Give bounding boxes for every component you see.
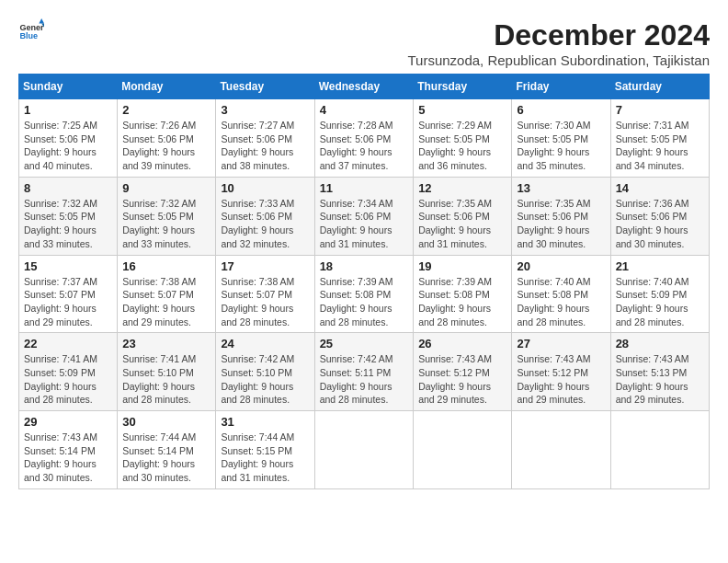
day-detail: Sunrise: 7:43 AMSunset: 5:13 PMDaylight:… <box>616 352 704 407</box>
day-number: 30 <box>122 415 210 429</box>
day-number: 26 <box>418 337 506 350</box>
calendar-cell: 13Sunrise: 7:35 AMSunset: 5:06 PMDayligh… <box>512 177 610 255</box>
calendar-cell: 16Sunrise: 7:38 AMSunset: 5:07 PMDayligh… <box>118 255 216 333</box>
calendar-cell: 22Sunrise: 7:41 AMSunset: 5:09 PMDayligh… <box>19 333 118 411</box>
calendar-cell <box>610 411 709 489</box>
day-number: 8 <box>24 181 112 195</box>
calendar-week-1: 1Sunrise: 7:25 AMSunset: 5:06 PMDaylight… <box>19 99 710 178</box>
day-number: 15 <box>24 259 112 273</box>
day-number: 20 <box>517 259 605 273</box>
day-number: 19 <box>418 259 506 273</box>
day-number: 14 <box>616 181 704 195</box>
calendar-cell: 11Sunrise: 7:34 AMSunset: 5:06 PMDayligh… <box>314 177 414 255</box>
calendar-cell: 14Sunrise: 7:36 AMSunset: 5:06 PMDayligh… <box>610 177 709 255</box>
day-detail: Sunrise: 7:43 AMSunset: 5:12 PMDaylight:… <box>517 352 605 407</box>
title-block: December 2024 Tursunzoda, Republican Sub… <box>407 18 710 68</box>
day-detail: Sunrise: 7:43 AMSunset: 5:14 PMDaylight:… <box>24 431 112 485</box>
calendar-cell: 3Sunrise: 7:27 AMSunset: 5:06 PMDaylight… <box>216 99 314 178</box>
day-detail: Sunrise: 7:38 AMSunset: 5:07 PMDaylight:… <box>122 275 210 329</box>
calendar-cell: 24Sunrise: 7:42 AMSunset: 5:10 PMDayligh… <box>216 333 314 411</box>
calendar-cell: 6Sunrise: 7:30 AMSunset: 5:05 PMDaylight… <box>512 99 610 178</box>
col-header-wednesday: Wednesday <box>314 75 414 99</box>
day-number: 24 <box>221 337 309 350</box>
day-detail: Sunrise: 7:39 AMSunset: 5:08 PMDaylight:… <box>320 275 409 329</box>
day-detail: Sunrise: 7:32 AMSunset: 5:05 PMDaylight:… <box>24 197 112 251</box>
calendar-cell <box>314 411 414 489</box>
day-detail: Sunrise: 7:44 AMSunset: 5:14 PMDaylight:… <box>122 431 210 485</box>
day-number: 4 <box>320 103 409 117</box>
day-number: 2 <box>122 103 210 117</box>
calendar-cell: 30Sunrise: 7:44 AMSunset: 5:14 PMDayligh… <box>118 411 216 489</box>
day-detail: Sunrise: 7:39 AMSunset: 5:08 PMDaylight:… <box>418 275 506 329</box>
calendar-cell: 23Sunrise: 7:41 AMSunset: 5:10 PMDayligh… <box>118 333 216 411</box>
day-detail: Sunrise: 7:27 AMSunset: 5:06 PMDaylight:… <box>221 119 309 173</box>
day-detail: Sunrise: 7:29 AMSunset: 5:05 PMDaylight:… <box>418 119 506 173</box>
day-detail: Sunrise: 7:28 AMSunset: 5:06 PMDaylight:… <box>320 119 409 173</box>
day-detail: Sunrise: 7:25 AMSunset: 5:06 PMDaylight:… <box>24 119 112 173</box>
day-detail: Sunrise: 7:42 AMSunset: 5:11 PMDaylight:… <box>320 352 409 407</box>
day-number: 10 <box>221 181 309 195</box>
day-detail: Sunrise: 7:31 AMSunset: 5:05 PMDaylight:… <box>616 119 704 173</box>
day-detail: Sunrise: 7:36 AMSunset: 5:06 PMDaylight:… <box>616 197 704 251</box>
col-header-thursday: Thursday <box>414 75 512 99</box>
calendar-cell: 9Sunrise: 7:32 AMSunset: 5:05 PMDaylight… <box>118 177 216 255</box>
calendar-week-4: 22Sunrise: 7:41 AMSunset: 5:09 PMDayligh… <box>19 333 710 411</box>
calendar-cell: 26Sunrise: 7:43 AMSunset: 5:12 PMDayligh… <box>414 333 512 411</box>
day-number: 18 <box>320 259 409 273</box>
calendar-cell: 29Sunrise: 7:43 AMSunset: 5:14 PMDayligh… <box>19 411 118 489</box>
calendar-cell: 10Sunrise: 7:33 AMSunset: 5:06 PMDayligh… <box>216 177 314 255</box>
calendar-cell: 28Sunrise: 7:43 AMSunset: 5:13 PMDayligh… <box>610 333 709 411</box>
calendar-cell: 2Sunrise: 7:26 AMSunset: 5:06 PMDaylight… <box>118 99 216 178</box>
svg-text:Blue: Blue <box>19 31 38 40</box>
day-detail: Sunrise: 7:38 AMSunset: 5:07 PMDaylight:… <box>221 275 309 329</box>
day-detail: Sunrise: 7:32 AMSunset: 5:05 PMDaylight:… <box>122 197 210 251</box>
day-detail: Sunrise: 7:40 AMSunset: 5:08 PMDaylight:… <box>517 275 605 329</box>
day-number: 29 <box>24 415 112 429</box>
calendar-cell: 12Sunrise: 7:35 AMSunset: 5:06 PMDayligh… <box>414 177 512 255</box>
day-number: 23 <box>122 337 210 350</box>
calendar-table: SundayMondayTuesdayWednesdayThursdayFrid… <box>18 74 710 489</box>
calendar-week-2: 8Sunrise: 7:32 AMSunset: 5:05 PMDaylight… <box>19 177 710 255</box>
calendar-cell: 8Sunrise: 7:32 AMSunset: 5:05 PMDaylight… <box>19 177 118 255</box>
calendar-week-5: 29Sunrise: 7:43 AMSunset: 5:14 PMDayligh… <box>19 411 710 489</box>
calendar-week-3: 15Sunrise: 7:37 AMSunset: 5:07 PMDayligh… <box>19 255 710 333</box>
svg-marker-2 <box>39 18 44 24</box>
day-number: 3 <box>221 103 309 117</box>
page-header: General Blue December 2024 Tursunzoda, R… <box>18 18 710 68</box>
day-number: 28 <box>616 337 704 350</box>
day-detail: Sunrise: 7:34 AMSunset: 5:06 PMDaylight:… <box>320 197 409 251</box>
col-header-monday: Monday <box>118 75 216 99</box>
day-number: 22 <box>24 337 112 350</box>
day-detail: Sunrise: 7:37 AMSunset: 5:07 PMDaylight:… <box>24 275 112 329</box>
subtitle: Tursunzoda, Republican Subordination, Ta… <box>407 52 710 68</box>
calendar-cell: 21Sunrise: 7:40 AMSunset: 5:09 PMDayligh… <box>610 255 709 333</box>
calendar-cell <box>512 411 610 489</box>
day-detail: Sunrise: 7:42 AMSunset: 5:10 PMDaylight:… <box>221 352 309 407</box>
day-number: 11 <box>320 181 409 195</box>
day-number: 1 <box>24 103 112 117</box>
day-number: 5 <box>418 103 506 117</box>
calendar-cell: 4Sunrise: 7:28 AMSunset: 5:06 PMDaylight… <box>314 99 414 178</box>
day-number: 25 <box>320 337 409 350</box>
day-detail: Sunrise: 7:26 AMSunset: 5:06 PMDaylight:… <box>122 119 210 173</box>
calendar-cell: 1Sunrise: 7:25 AMSunset: 5:06 PMDaylight… <box>19 99 118 178</box>
calendar-cell: 31Sunrise: 7:44 AMSunset: 5:15 PMDayligh… <box>216 411 314 489</box>
day-detail: Sunrise: 7:41 AMSunset: 5:09 PMDaylight:… <box>24 352 112 407</box>
calendar-cell: 7Sunrise: 7:31 AMSunset: 5:05 PMDaylight… <box>610 99 709 178</box>
day-number: 16 <box>122 259 210 273</box>
day-number: 6 <box>517 103 605 117</box>
calendar-cell: 19Sunrise: 7:39 AMSunset: 5:08 PMDayligh… <box>414 255 512 333</box>
day-number: 13 <box>517 181 605 195</box>
calendar-cell: 5Sunrise: 7:29 AMSunset: 5:05 PMDaylight… <box>414 99 512 178</box>
calendar-cell <box>414 411 512 489</box>
day-number: 9 <box>122 181 210 195</box>
day-detail: Sunrise: 7:44 AMSunset: 5:15 PMDaylight:… <box>221 431 309 485</box>
calendar-cell: 17Sunrise: 7:38 AMSunset: 5:07 PMDayligh… <box>216 255 314 333</box>
day-detail: Sunrise: 7:40 AMSunset: 5:09 PMDaylight:… <box>616 275 704 329</box>
calendar-cell: 25Sunrise: 7:42 AMSunset: 5:11 PMDayligh… <box>314 333 414 411</box>
day-detail: Sunrise: 7:35 AMSunset: 5:06 PMDaylight:… <box>418 197 506 251</box>
calendar-cell: 27Sunrise: 7:43 AMSunset: 5:12 PMDayligh… <box>512 333 610 411</box>
main-title: December 2024 <box>407 18 710 52</box>
col-header-sunday: Sunday <box>19 75 118 99</box>
col-header-friday: Friday <box>512 75 610 99</box>
